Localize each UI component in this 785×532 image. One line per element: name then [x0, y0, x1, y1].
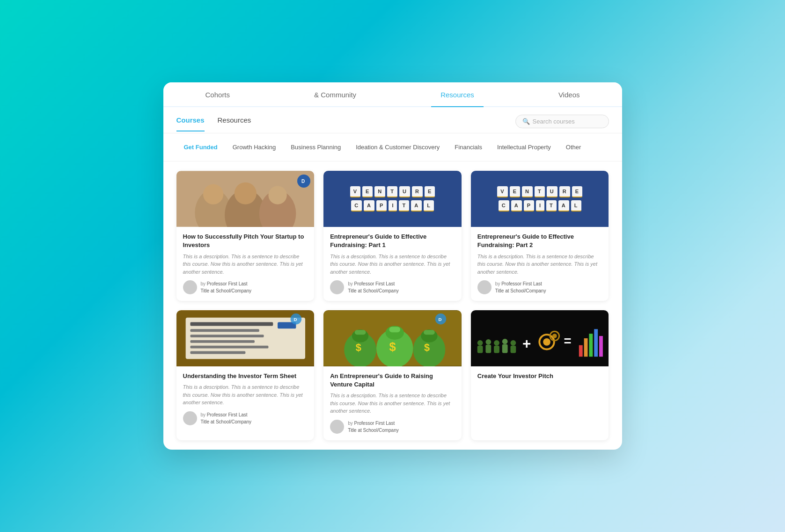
svg-rect-42 — [502, 344, 508, 353]
category-bar: Get Funded Growth Hacking Business Plann… — [163, 133, 622, 161]
category-ideation[interactable]: Ideation & Customer Discovery — [348, 141, 447, 153]
svg-point-39 — [494, 340, 499, 346]
course-title-6: Create Your Investor Pitch — [477, 372, 602, 380]
avatar-2 — [330, 280, 344, 294]
course-card-1[interactable]: D How to Successfully Pitch Your Startup… — [176, 171, 315, 301]
svg-rect-26 — [389, 327, 401, 332]
avatar-5 — [330, 420, 344, 434]
course-card-5[interactable]: $ $ $ D An Entrepreneur's Guide to Raisi… — [323, 310, 462, 440]
category-financials[interactable]: Financials — [447, 141, 490, 153]
svg-rect-12 — [190, 335, 264, 337]
course-card-2[interactable]: VENTURE CAPITAL Entrepreneur's Guide to … — [323, 171, 462, 301]
svg-rect-38 — [485, 345, 491, 353]
professor-info-2: by Professor First Last Title at School/… — [348, 280, 399, 294]
professor-info-3: by Professor First Last Title at School/… — [495, 280, 546, 294]
search-box[interactable]: 🔍 Search courses — [515, 115, 609, 128]
svg-text:=: = — [564, 334, 571, 348]
tab-courses[interactable]: Courses — [176, 116, 205, 131]
main-window: Cohorts & Community Resources Videos Cou… — [163, 82, 622, 450]
svg-rect-36 — [477, 346, 483, 353]
course-card-6[interactable]: + = Create Your Investor Pi — [471, 310, 609, 440]
course-info-1: How to Successfully Pitch Your Startup t… — [176, 227, 315, 301]
svg-point-37 — [485, 339, 491, 345]
course-info-4: Understanding the Investor Term Sheet Th… — [176, 366, 315, 432]
svg-rect-7 — [176, 171, 315, 226]
category-other[interactable]: Other — [558, 141, 589, 153]
avatar-3 — [477, 280, 492, 294]
svg-text:D: D — [293, 317, 297, 322]
course-card-4[interactable]: D Understanding the Investor Term Sheet … — [176, 310, 315, 440]
category-business-planning[interactable]: Business Planning — [283, 141, 348, 153]
professor-row-1: by Professor First Last Title at School/… — [183, 280, 308, 294]
svg-point-41 — [502, 339, 508, 344]
nav-videos[interactable]: Videos — [549, 91, 589, 107]
svg-point-35 — [477, 340, 483, 346]
professor-row-5: by Professor First Last Title at School/… — [330, 420, 455, 434]
svg-rect-30 — [424, 330, 435, 335]
course-desc-1: This is a description. This is a sentenc… — [183, 253, 308, 276]
category-ip[interactable]: Intellectual Property — [490, 141, 558, 153]
professor-row-2: by Professor First Last Title at School/… — [330, 280, 455, 294]
svg-rect-52 — [584, 338, 587, 357]
svg-rect-54 — [594, 329, 598, 357]
svg-text:+: + — [522, 335, 531, 352]
professor-info-4: by Professor First Last Title at School/… — [201, 411, 252, 425]
search-icon: 🔍 — [522, 118, 530, 125]
course-info-5: An Entrepreneur's Guide to Raising Ventu… — [323, 366, 462, 440]
svg-rect-51 — [579, 345, 583, 357]
course-info-3: Entrepreneur's Guide to Effective Fundra… — [471, 227, 609, 301]
svg-text:$: $ — [356, 342, 361, 354]
professor-info-1: by Professor First Last Title at School/… — [201, 280, 252, 294]
category-get-funded[interactable]: Get Funded — [176, 141, 225, 153]
svg-text:D: D — [439, 317, 442, 322]
svg-rect-44 — [510, 346, 516, 353]
svg-rect-22 — [355, 330, 366, 335]
nav-resources[interactable]: Resources — [431, 91, 484, 107]
course-title-5: An Entrepreneur's Guide to Raising Ventu… — [330, 372, 455, 389]
svg-point-47 — [543, 338, 550, 346]
tab-resources[interactable]: Resources — [218, 116, 251, 131]
avatar-1 — [183, 280, 197, 294]
course-desc-2: This is a description. This is a sentenc… — [330, 253, 455, 276]
professor-row-3: by Professor First Last Title at School/… — [477, 280, 602, 294]
course-title-4: Understanding the Investor Term Sheet — [183, 372, 308, 380]
svg-rect-40 — [494, 346, 499, 353]
professor-row-4: by Professor First Last Title at School/… — [183, 411, 308, 425]
svg-point-49 — [552, 334, 557, 338]
course-title-3: Entrepreneur's Guide to Effective Fundra… — [477, 233, 602, 249]
svg-text:$: $ — [389, 340, 396, 353]
svg-rect-11 — [190, 329, 259, 332]
course-title-2: Entrepreneur's Guide to Effective Fundra… — [330, 233, 455, 249]
course-info-6: Create Your Investor Pitch — [471, 366, 609, 392]
svg-rect-13 — [190, 340, 255, 343]
search-placeholder: Search courses — [533, 118, 575, 125]
course-info-2: Entrepreneur's Guide to Effective Fundra… — [323, 227, 462, 301]
course-card-3[interactable]: VENTURE CAPITAL Entrepreneur's Guide to … — [471, 171, 609, 301]
nav-cohorts[interactable]: Cohorts — [196, 91, 240, 107]
course-desc-4: This is a description. This is a sentenc… — [183, 383, 308, 407]
course-title-1: How to Successfully Pitch Your Startup t… — [183, 233, 308, 249]
course-desc-3: This is a description. This is a sentenc… — [477, 253, 602, 276]
svg-rect-55 — [599, 336, 603, 357]
svg-rect-10 — [190, 322, 273, 326]
course-desc-5: This is a description. This is a sentenc… — [330, 392, 455, 415]
nav-bar: Cohorts & Community Resources Videos — [163, 82, 622, 107]
tabs-row: Courses Resources 🔍 Search courses — [163, 107, 622, 133]
category-growth-hacking[interactable]: Growth Hacking — [225, 141, 283, 153]
professor-info-5: by Professor First Last Title at School/… — [348, 420, 399, 434]
svg-point-43 — [510, 340, 516, 346]
nav-community[interactable]: & Community — [305, 91, 366, 107]
svg-rect-14 — [190, 346, 268, 349]
svg-rect-53 — [589, 334, 593, 357]
svg-rect-15 — [190, 351, 245, 354]
avatar-4 — [183, 411, 197, 425]
courses-grid: D How to Successfully Pitch Your Startup… — [163, 161, 622, 450]
svg-text:$: $ — [424, 342, 430, 354]
